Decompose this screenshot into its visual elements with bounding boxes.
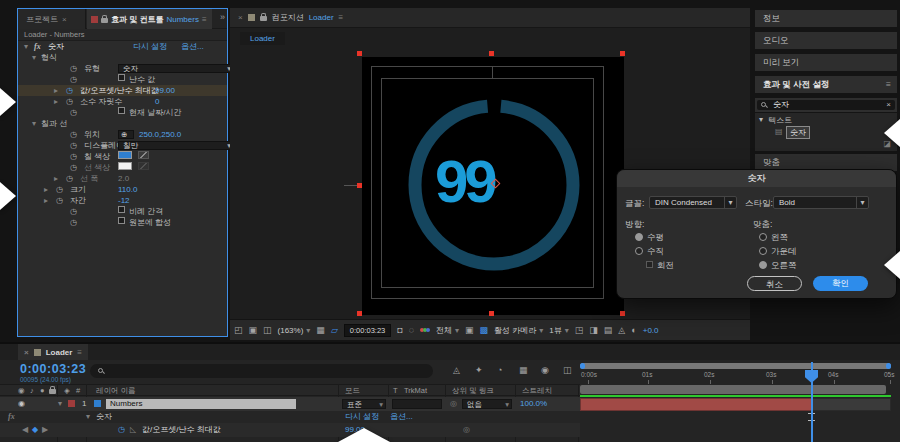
expand-icon[interactable]: ▾ bbox=[58, 397, 62, 411]
live-update-icon[interactable]: ✦ bbox=[475, 365, 483, 375]
stopwatch-icon[interactable]: ◷ bbox=[70, 140, 77, 151]
stopwatch-icon[interactable]: ◷ bbox=[70, 151, 77, 162]
draft-3d-icon[interactable]: ◔ bbox=[497, 365, 502, 375]
camera-dropdown[interactable]: 활성 카메라▾ bbox=[494, 325, 543, 336]
keyframe-here-icon[interactable]: ◆ bbox=[32, 423, 38, 437]
panel-menu-icon[interactable]: ≡ bbox=[339, 13, 344, 22]
ok-button[interactable]: 확인 bbox=[813, 276, 868, 291]
grid-options-icon[interactable]: ▦ bbox=[316, 325, 325, 335]
reset-link[interactable]: 다시 설정 bbox=[133, 41, 167, 52]
snapshot-icon[interactable]: ◘ bbox=[397, 325, 402, 335]
frame-blend-icon[interactable]: ▦ bbox=[519, 365, 528, 375]
panel-menu-icon[interactable]: ≡ bbox=[202, 15, 207, 24]
display-dropdown[interactable]: 칠만 ▾ bbox=[118, 141, 234, 150]
options-link[interactable]: 옵션... bbox=[181, 41, 204, 52]
flowchart-icon[interactable]: ◬ bbox=[618, 325, 625, 335]
tab-effect-controls[interactable]: 효과 및 컨트롤 Numbers ≡ bbox=[87, 9, 212, 29]
stopwatch-icon[interactable]: ◷ bbox=[70, 206, 77, 217]
pickwhip-icon[interactable]: ◎ bbox=[463, 423, 470, 437]
mask-visibility-icon[interactable]: ◨ bbox=[589, 325, 598, 335]
radio-right-label[interactable]: 오른쪽 bbox=[771, 260, 797, 272]
stopwatch-icon[interactable]: ◷ bbox=[70, 129, 77, 140]
cancel-button[interactable]: 취소 bbox=[747, 276, 802, 291]
handle-mid-left[interactable] bbox=[357, 183, 362, 188]
stopwatch-icon[interactable]: ◷ bbox=[70, 107, 77, 118]
col-layer-name[interactable]: 레이어 이름 bbox=[96, 385, 136, 397]
search-input[interactable]: 숫자 × bbox=[757, 100, 895, 110]
show-snapshot-icon[interactable]: ◌ bbox=[409, 325, 414, 335]
radio-horizontal[interactable] bbox=[635, 233, 643, 241]
lock-icon[interactable] bbox=[260, 16, 267, 21]
navigator-start-handle[interactable] bbox=[580, 363, 585, 369]
exposure-value[interactable]: +0.0 bbox=[643, 326, 659, 335]
eyedropper-icon[interactable] bbox=[138, 151, 149, 159]
collapse-icon[interactable]: ▾ bbox=[24, 41, 28, 52]
row-decimal-value[interactable]: 0 bbox=[155, 96, 159, 107]
clear-search-icon[interactable]: × bbox=[886, 100, 891, 110]
panel-info[interactable]: 정보 bbox=[755, 10, 897, 27]
radio-left[interactable] bbox=[759, 233, 767, 241]
group-fill-stroke-row[interactable]: ▾ 칠과 선 bbox=[18, 118, 227, 129]
resolution-dropdown[interactable]: 전체▾ bbox=[436, 325, 459, 336]
expand-icon[interactable]: ▸ bbox=[54, 96, 58, 107]
reset-link[interactable]: 다시 설정 bbox=[345, 411, 379, 423]
radio-center[interactable] bbox=[759, 247, 767, 255]
time-navigator[interactable] bbox=[580, 363, 891, 369]
roi-icon[interactable]: ▱ bbox=[331, 325, 338, 335]
fill-color-swatch[interactable] bbox=[118, 151, 132, 159]
random-checkbox[interactable] bbox=[118, 74, 125, 81]
expand-icon[interactable]: ▸ bbox=[44, 184, 48, 195]
property-row[interactable]: ◀ ◆ ▶ ◷ ◺ 값/오프셋/난수 최대값 99.00 ◎ bbox=[0, 423, 580, 437]
collapse-icon[interactable]: ▾ bbox=[32, 118, 36, 129]
expand-icon[interactable]: ▸ bbox=[54, 85, 58, 96]
group-format-row[interactable]: ▾ 형식 bbox=[18, 52, 227, 63]
panel-audio[interactable]: 오디오 bbox=[755, 32, 897, 49]
stopwatch-icon[interactable]: ◷ bbox=[56, 184, 63, 195]
timeline-search[interactable] bbox=[90, 364, 433, 378]
col-stretch[interactable]: 스트레치 bbox=[522, 385, 552, 397]
transparency-grid-icon[interactable]: ▩ bbox=[480, 325, 489, 335]
stopwatch-icon[interactable]: ◷ bbox=[66, 96, 73, 107]
expand-icon[interactable]: ▸ bbox=[44, 195, 48, 206]
preset-numbers[interactable]: 숫자 bbox=[786, 126, 810, 139]
prev-keyframe-icon[interactable]: ◀ bbox=[22, 423, 28, 437]
tab-project[interactable]: 프로젝트 × bbox=[18, 9, 86, 29]
preset-group-text[interactable]: 텍스트 bbox=[768, 115, 792, 126]
timeline-tab-loader[interactable]: × Loader ≡ bbox=[18, 344, 88, 360]
collapse-icon[interactable]: ▾ bbox=[86, 411, 90, 423]
property-label[interactable]: 값/오프셋/난수 최대값 bbox=[142, 423, 221, 437]
prop-spacing-checkbox[interactable] bbox=[118, 206, 125, 213]
current-timecode[interactable]: 0:00:03:23 bbox=[20, 362, 86, 376]
radio-left-label[interactable]: 왼쪽 bbox=[771, 232, 788, 244]
layer-row-numbers[interactable]: ◉ ▾ 1 Numbers 표준▾ ◎ 없음▾ 100.0% bbox=[0, 397, 580, 411]
close-icon[interactable]: × bbox=[238, 13, 243, 22]
radio-vertical-label[interactable]: 수직 bbox=[647, 246, 664, 258]
lock-icon[interactable] bbox=[101, 18, 108, 23]
stopwatch-icon[interactable]: ◷ bbox=[70, 74, 77, 85]
row-tracking-value[interactable]: -12 bbox=[118, 195, 130, 206]
stopwatch-icon-active[interactable]: ◷ bbox=[66, 85, 73, 96]
collapse-icon[interactable]: ▾ bbox=[759, 115, 763, 124]
stopwatch-icon[interactable]: ◷ bbox=[56, 195, 63, 206]
font-dropdown[interactable]: DIN Condensed ▾ bbox=[649, 196, 737, 209]
effect-row-name[interactable]: 숫자 bbox=[96, 411, 112, 423]
layer-duration-bar[interactable] bbox=[580, 398, 812, 411]
zoom-dropdown[interactable]: (163%)▾ bbox=[278, 326, 311, 335]
stretch-value[interactable]: 100.0% bbox=[520, 397, 547, 411]
radio-right[interactable] bbox=[759, 261, 767, 269]
handle-top-right[interactable] bbox=[620, 51, 625, 56]
position-target-button[interactable]: ⊕ bbox=[118, 130, 134, 139]
pixel-aspect-icon[interactable]: ▤ bbox=[604, 325, 613, 335]
graph-editor-icon[interactable]: ◫ bbox=[563, 365, 572, 375]
more-panels-icon[interactable]: » bbox=[220, 12, 225, 22]
col-parent[interactable]: 상위 및 링크 bbox=[452, 385, 494, 397]
radio-center-label[interactable]: 가운데 bbox=[771, 246, 797, 258]
panel-preview[interactable]: 미리 보기 bbox=[755, 54, 897, 71]
dialog-title[interactable]: 숫자 bbox=[617, 170, 896, 187]
next-keyframe-icon[interactable]: ▶ bbox=[42, 423, 48, 437]
row-value-offset[interactable]: ▸ ◷ 값/오프셋/난수 최대값 99.00 bbox=[18, 85, 227, 96]
radio-vertical[interactable] bbox=[635, 247, 643, 255]
datetime-checkbox[interactable] bbox=[118, 107, 125, 114]
handle-bottom-left[interactable] bbox=[357, 311, 362, 316]
panel-menu-icon[interactable]: ≡ bbox=[886, 76, 891, 93]
